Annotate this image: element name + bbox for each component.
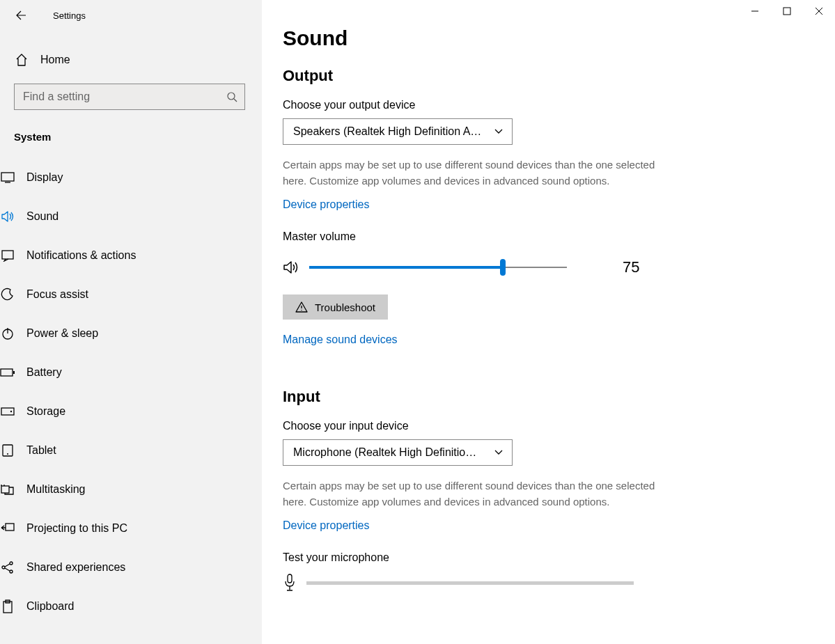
mic-level-bar: [306, 581, 634, 585]
input-heading: Input: [283, 388, 814, 406]
troubleshoot-label: Troubleshoot: [315, 301, 375, 313]
svg-rect-1: [1, 173, 14, 181]
sidebar-item-label: Power & sleep: [26, 327, 98, 340]
minimize-icon: [751, 7, 759, 15]
close-button[interactable]: [803, 0, 835, 22]
input-device-dropdown[interactable]: Microphone (Realtek High Definitio…: [283, 439, 513, 466]
svg-rect-6: [1, 408, 14, 415]
sidebar-item-focus-assist[interactable]: Focus assist: [0, 275, 276, 314]
search-input[interactable]: [15, 84, 244, 109]
window-title: Settings: [53, 10, 86, 21]
output-description: Certain apps may be set up to use differ…: [283, 157, 659, 189]
master-volume-value: 75: [623, 258, 639, 276]
window-controls: [739, 0, 835, 22]
manage-sound-devices-link[interactable]: Manage sound devices: [283, 333, 398, 346]
sidebar-item-label: Tablet: [26, 444, 56, 457]
sidebar-item-notifications[interactable]: Notifications & actions: [0, 236, 276, 275]
search-icon: [226, 91, 237, 102]
display-icon: [0, 172, 15, 183]
microphone-icon: [283, 574, 297, 592]
sidebar-item-label: Shared experiences: [26, 561, 125, 574]
output-device-label: Choose your output device: [283, 99, 814, 111]
maximize-button[interactable]: [771, 0, 803, 22]
svg-rect-4: [1, 369, 13, 376]
svg-point-12: [2, 566, 5, 569]
shared-icon: [0, 560, 15, 574]
speaker-icon[interactable]: [283, 260, 301, 275]
sidebar-item-clipboard[interactable]: Clipboard: [0, 587, 276, 626]
sidebar-nav: Display Sound Notifications & actions Fo…: [0, 158, 276, 626]
input-device-value: Microphone (Realtek High Definitio…: [293, 446, 484, 459]
sidebar-item-projecting[interactable]: Projecting to this PC: [0, 509, 276, 548]
sidebar-home-label: Home: [40, 54, 70, 66]
sidebar-item-label: Display: [26, 171, 63, 184]
svg-rect-18: [288, 574, 292, 583]
home-icon: [14, 53, 29, 67]
sidebar-item-label: Battery: [26, 366, 62, 379]
input-device-properties-link[interactable]: Device properties: [283, 519, 370, 532]
mic-test-row: [283, 574, 814, 592]
focus-assist-icon: [0, 288, 15, 301]
output-device-properties-link[interactable]: Device properties: [283, 198, 370, 211]
sidebar-item-label: Sound: [26, 210, 58, 223]
svg-point-13: [10, 562, 13, 565]
master-volume-slider[interactable]: [309, 259, 567, 276]
projecting-icon: [0, 523, 15, 534]
tablet-icon: [0, 444, 15, 457]
output-heading: Output: [283, 67, 814, 85]
maximize-icon: [783, 7, 791, 15]
minimize-button[interactable]: [739, 0, 771, 22]
notifications-icon: [0, 249, 15, 262]
back-arrow-icon: [15, 10, 26, 21]
content: Sound Output Choose your output device S…: [262, 0, 835, 644]
sidebar-item-label: Storage: [26, 405, 65, 418]
titlebar: Settings: [0, 0, 262, 31]
warning-icon: [295, 301, 308, 313]
sidebar-item-tablet[interactable]: Tablet: [0, 431, 276, 470]
sidebar-item-label: Clipboard: [26, 600, 74, 613]
close-icon: [815, 7, 823, 15]
master-volume-row: 75: [283, 258, 814, 276]
sidebar-item-label: Multitasking: [26, 483, 85, 496]
chevron-down-icon: [494, 128, 504, 135]
back-button[interactable]: [7, 1, 35, 29]
storage-icon: [0, 407, 15, 416]
svg-point-7: [10, 411, 12, 412]
sidebar-item-power-sleep[interactable]: Power & sleep: [0, 314, 276, 353]
slider-fill: [309, 266, 503, 269]
svg-rect-17: [783, 8, 790, 15]
svg-rect-11: [6, 524, 14, 531]
content-body: Sound Output Choose your output device S…: [262, 0, 835, 644]
sidebar-category: System: [14, 131, 248, 143]
svg-rect-10: [1, 486, 9, 493]
input-description: Certain apps may be set up to use differ…: [283, 478, 659, 510]
sidebar-item-storage[interactable]: Storage: [0, 392, 276, 431]
sidebar-item-display[interactable]: Display: [0, 158, 276, 197]
multitasking-icon: [0, 484, 15, 495]
search-box[interactable]: [14, 84, 245, 110]
sidebar-item-label: Projecting to this PC: [26, 522, 127, 535]
sidebar-item-label: Focus assist: [26, 288, 88, 301]
svg-rect-2: [2, 251, 13, 259]
sidebar-item-shared-experiences[interactable]: Shared experiences: [0, 548, 276, 587]
chevron-down-icon: [494, 449, 504, 456]
input-device-label: Choose your input device: [283, 420, 814, 432]
sidebar-item-label: Notifications & actions: [26, 249, 136, 262]
svg-point-0: [228, 93, 235, 100]
svg-rect-5: [13, 371, 15, 374]
sidebar-home[interactable]: Home: [14, 45, 248, 75]
sidebar-item-sound[interactable]: Sound: [0, 197, 276, 236]
master-volume-label: Master volume: [283, 230, 814, 243]
page-title: Sound: [283, 26, 814, 50]
output-device-dropdown[interactable]: Speakers (Realtek High Definition A…: [283, 118, 513, 145]
sound-icon: [0, 210, 15, 223]
battery-icon: [0, 368, 15, 377]
slider-thumb[interactable]: [500, 259, 506, 276]
sidebar-item-battery[interactable]: Battery: [0, 353, 276, 392]
sidebar-item-multitasking[interactable]: Multitasking: [0, 470, 276, 509]
troubleshoot-button[interactable]: Troubleshoot: [283, 294, 388, 320]
output-device-value: Speakers (Realtek High Definition A…: [293, 125, 484, 138]
test-mic-label: Test your microphone: [283, 551, 814, 564]
clipboard-icon: [0, 599, 15, 613]
sidebar: Settings Home System Display Sound No: [0, 0, 262, 644]
